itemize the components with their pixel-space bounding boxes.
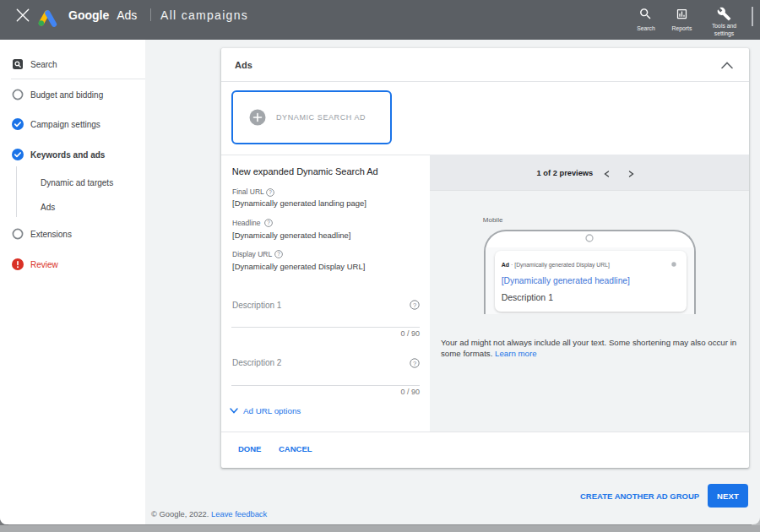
svg-text:?: ? bbox=[413, 301, 416, 309]
svg-text:?: ? bbox=[277, 251, 280, 257]
svg-text:?: ? bbox=[413, 359, 416, 366]
svg-text:?: ? bbox=[269, 189, 272, 195]
svg-text:?: ? bbox=[267, 220, 270, 226]
